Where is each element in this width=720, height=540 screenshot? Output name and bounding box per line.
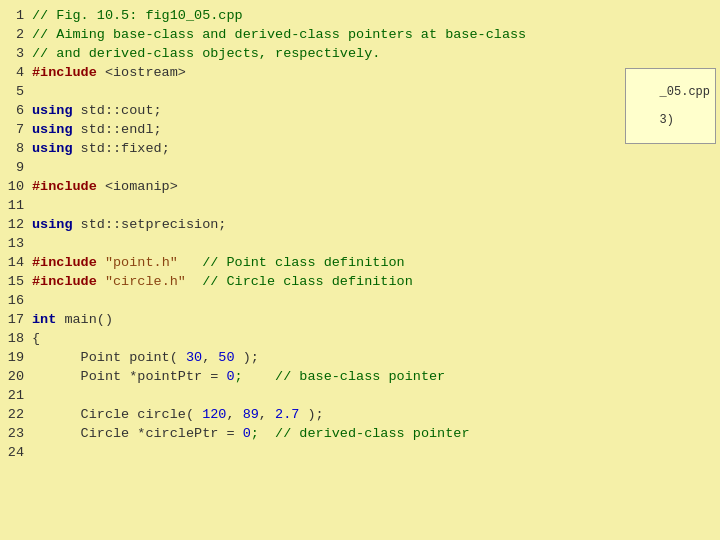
- line-number: 7: [4, 120, 32, 139]
- code-line: 22 Circle circle( 120, 89, 2.7 );: [0, 405, 720, 424]
- line-number: 11: [4, 196, 32, 215]
- line-content: Circle circle( 120, 89, 2.7 );: [32, 405, 324, 424]
- code-line: 12using std::setprecision;: [0, 215, 720, 234]
- line-number: 3: [4, 44, 32, 63]
- line-number: 9: [4, 158, 32, 177]
- code-line: 11: [0, 196, 720, 215]
- code-line: 21: [0, 386, 720, 405]
- line-number: 4: [4, 63, 32, 82]
- line-number: 21: [4, 386, 32, 405]
- code-line: 3// and derived-class objects, respectiv…: [0, 44, 720, 63]
- line-number: 6: [4, 101, 32, 120]
- code-editor: 1// Fig. 10.5: fig10_05.cpp2// Aiming ba…: [0, 0, 720, 540]
- line-number: 1: [4, 6, 32, 25]
- line-number: 15: [4, 272, 32, 291]
- line-number: 2: [4, 25, 32, 44]
- line-number: 22: [4, 405, 32, 424]
- code-line: 16: [0, 291, 720, 310]
- line-content: #include <iomanip>: [32, 177, 178, 196]
- code-line: 15#include "circle.h" // Circle class de…: [0, 272, 720, 291]
- line-number: 8: [4, 139, 32, 158]
- code-line: 24: [0, 443, 720, 462]
- line-number: 5: [4, 82, 32, 101]
- code-line: 19 Point point( 30, 50 );: [0, 348, 720, 367]
- line-number: 13: [4, 234, 32, 253]
- line-content: // and derived-class objects, respective…: [32, 44, 380, 63]
- line-number: 23: [4, 424, 32, 443]
- code-line: 5: [0, 82, 720, 101]
- line-content: using std::endl;: [32, 120, 162, 139]
- tooltip-box: _05.cpp 3): [625, 68, 716, 144]
- line-number: 24: [4, 443, 32, 462]
- code-line: 20 Point *pointPtr = 0; // base-class po…: [0, 367, 720, 386]
- code-line: 2// Aiming base-class and derived-class …: [0, 25, 720, 44]
- line-content: Circle *circlePtr = 0; // derived-class …: [32, 424, 470, 443]
- line-number: 17: [4, 310, 32, 329]
- code-line: 14#include "point.h" // Point class defi…: [0, 253, 720, 272]
- line-content: using std::setprecision;: [32, 215, 226, 234]
- line-content: Point *pointPtr = 0; // base-class point…: [32, 367, 445, 386]
- line-number: 12: [4, 215, 32, 234]
- line-number: 20: [4, 367, 32, 386]
- line-number: 10: [4, 177, 32, 196]
- tooltip-line2: 3): [660, 113, 674, 127]
- line-content: using std::cout;: [32, 101, 162, 120]
- line-number: 18: [4, 329, 32, 348]
- line-number: 16: [4, 291, 32, 310]
- code-line: 4#include <iostream>: [0, 63, 720, 82]
- code-line: 7using std::endl;: [0, 120, 720, 139]
- code-line: 13: [0, 234, 720, 253]
- code-lines: 1// Fig. 10.5: fig10_05.cpp2// Aiming ba…: [0, 6, 720, 462]
- line-content: Point point( 30, 50 );: [32, 348, 259, 367]
- line-content: #include "point.h" // Point class defini…: [32, 253, 405, 272]
- code-line: 10#include <iomanip>: [0, 177, 720, 196]
- line-content: #include <iostream>: [32, 63, 186, 82]
- line-content: // Fig. 10.5: fig10_05.cpp: [32, 6, 243, 25]
- code-line: 18{: [0, 329, 720, 348]
- line-content: using std::fixed;: [32, 139, 170, 158]
- line-content: #include "circle.h" // Circle class defi…: [32, 272, 413, 291]
- code-line: 23 Circle *circlePtr = 0; // derived-cla…: [0, 424, 720, 443]
- line-content: // Aiming base-class and derived-class p…: [32, 25, 526, 44]
- code-line: 17int main(): [0, 310, 720, 329]
- line-content: {: [32, 329, 40, 348]
- code-line: 6using std::cout;: [0, 101, 720, 120]
- code-line: 9: [0, 158, 720, 177]
- tooltip-line1: _05.cpp: [660, 85, 710, 99]
- code-line: 1// Fig. 10.5: fig10_05.cpp: [0, 6, 720, 25]
- line-number: 19: [4, 348, 32, 367]
- line-content: int main(): [32, 310, 113, 329]
- line-number: 14: [4, 253, 32, 272]
- code-line: 8using std::fixed;: [0, 139, 720, 158]
